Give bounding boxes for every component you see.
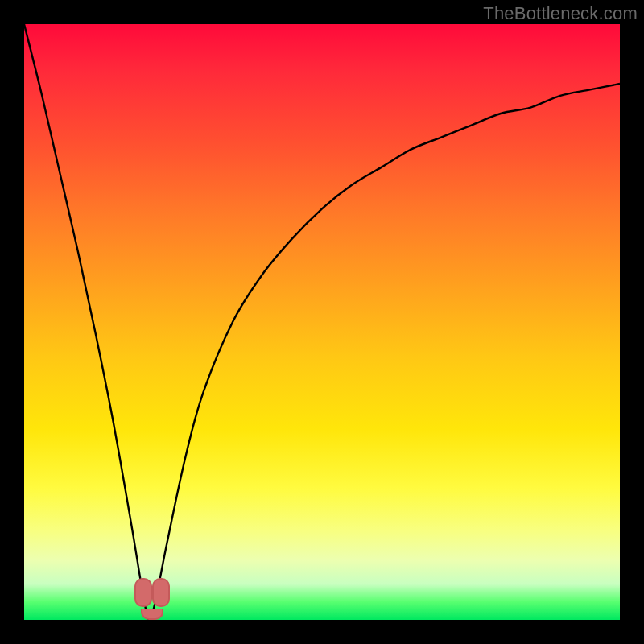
marker-u-base [141, 609, 163, 620]
marker-optimal-left [134, 578, 152, 607]
plot-area [24, 24, 620, 620]
watermark-text: TheBottleneck.com [483, 3, 638, 24]
curve-path [24, 24, 620, 620]
chart-frame: TheBottleneck.com [0, 0, 644, 644]
marker-optimal-right [152, 578, 170, 607]
bottleneck-curve [24, 24, 620, 620]
